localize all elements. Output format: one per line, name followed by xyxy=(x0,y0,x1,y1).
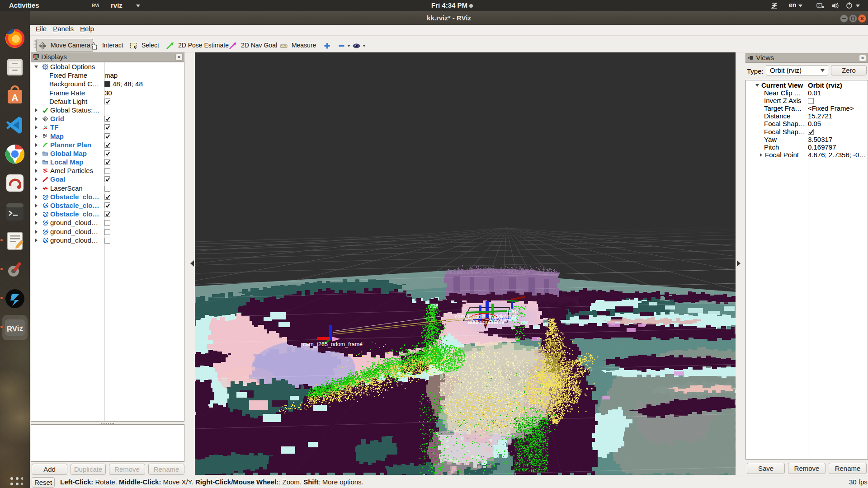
svg-text:A: A xyxy=(12,93,18,103)
svg-text:RVi: RVi xyxy=(92,3,99,8)
svg-text:cam_t265_odom_frame: cam_t265_odom_frame xyxy=(303,341,363,347)
svg-text:?: ? xyxy=(818,4,820,7)
svg-text:kkframe: kkframe xyxy=(490,317,508,322)
svg-text:RViz: RViz xyxy=(6,324,23,333)
